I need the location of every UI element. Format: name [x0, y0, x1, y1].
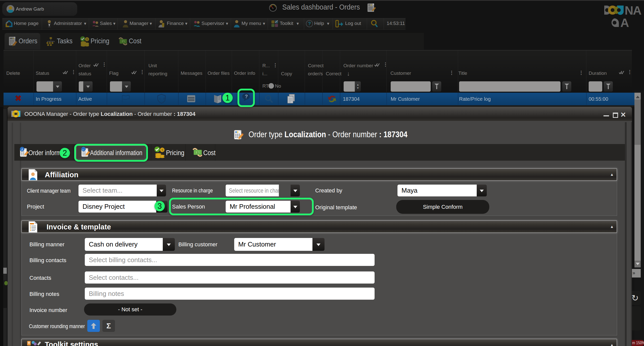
svg-text:1 - 9: 1 - 9: [159, 97, 165, 100]
svg-text:$: $: [162, 148, 164, 152]
svg-text:NA: NA: [625, 5, 641, 17]
svg-text:$: $: [123, 40, 124, 43]
svg-text:$: $: [86, 38, 88, 41]
svg-text:i: i: [22, 148, 23, 151]
svg-text:A: A: [620, 16, 629, 27]
svg-text:$: $: [197, 151, 199, 154]
